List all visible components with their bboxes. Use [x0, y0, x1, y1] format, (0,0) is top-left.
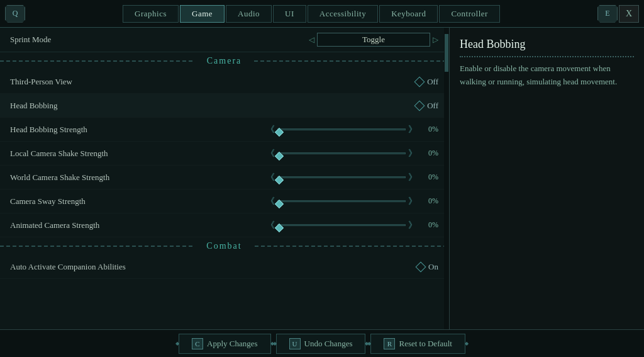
diamond-icon-3 — [416, 261, 426, 272]
slider-track-container-4: 《 》 — [266, 195, 417, 208]
head-bobbing-value: Off — [427, 101, 438, 111]
animated-camera-row[interactable]: Animated Camera Strength 《 》 0% — [0, 213, 448, 237]
combat-header-line-right — [255, 246, 448, 247]
slider-track-4 — [277, 200, 406, 202]
animated-camera-label: Animated Camera Strength — [10, 220, 266, 230]
header-line-right — [254, 60, 448, 62]
settings-panel: Sprint Mode ◁ Toggle ▷ Camera Third-Pers… — [0, 28, 449, 329]
slider-handle-4[interactable] — [275, 200, 284, 208]
slider-left-arrow-3[interactable]: 《 — [266, 172, 275, 183]
tab-graphics[interactable]: Graphics — [123, 5, 179, 23]
head-bobbing-strength-value: 0% — [421, 125, 438, 134]
local-camera-shake-slider[interactable]: 《 》 0% — [266, 147, 438, 160]
diamond-icon — [414, 76, 425, 87]
animated-camera-value: 0% — [421, 220, 438, 230]
slider-left-arrow[interactable]: 《 — [266, 124, 275, 135]
head-bobbing-row[interactable]: Head Bobbing Off — [0, 94, 448, 118]
slider-track-container-2: 《 》 — [266, 147, 417, 160]
diamond-icon-2 — [414, 100, 425, 111]
slider-track-3 — [277, 176, 406, 178]
sprint-mode-control[interactable]: ◁ Toggle ▷ — [309, 33, 438, 47]
slider-track-2 — [277, 152, 406, 154]
third-person-toggle[interactable]: Off — [416, 77, 438, 87]
slider-right-arrow-3[interactable]: 》 — [408, 172, 417, 183]
scrollbar[interactable] — [444, 28, 449, 329]
third-person-view-row[interactable]: Third-Person View Off — [0, 70, 448, 94]
world-camera-shake-value: 0% — [421, 173, 438, 182]
bottom-bar: C Apply Changes U Undo Changes R Reset t… — [0, 329, 644, 357]
world-camera-shake-slider[interactable]: 《 》 0% — [266, 171, 438, 184]
camera-sway-value: 0% — [421, 196, 438, 206]
slider-track-container: 《 》 — [266, 123, 417, 136]
slider-right-arrow-5[interactable]: 》 — [408, 220, 417, 231]
tab-ui[interactable]: UI — [273, 5, 306, 23]
nav-corner-left[interactable]: Q — [5, 5, 25, 23]
reset-default-button[interactable]: R Reset to Default — [370, 334, 465, 354]
local-camera-shake-value: 0% — [421, 149, 438, 158]
undo-key-badge: U — [289, 338, 301, 349]
combat-section-title: Combat — [194, 241, 254, 251]
head-bobbing-toggle[interactable]: Off — [416, 101, 438, 111]
main-layout: Sprint Mode ◁ Toggle ▷ Camera Third-Pers… — [0, 28, 644, 329]
slider-handle-5[interactable] — [275, 224, 284, 232]
slider-left-arrow-4[interactable]: 《 — [266, 196, 275, 207]
third-person-label: Third-Person View — [10, 77, 416, 87]
apply-key-badge: C — [192, 338, 203, 349]
header-line-left — [0, 60, 194, 62]
tab-game[interactable]: Game — [180, 5, 225, 23]
slider-right-arrow-4[interactable]: 》 — [408, 196, 417, 207]
sprint-mode-value: Toggle — [317, 33, 430, 47]
auto-activate-row[interactable]: Auto Activate Companion Abilities On — [0, 255, 448, 279]
sprint-arrow-right[interactable]: ▷ — [433, 35, 438, 45]
camera-section-title: Camera — [194, 56, 255, 66]
info-description: Enable or disable the camera movement wh… — [460, 62, 634, 89]
slider-track-container-5: 《 》 — [266, 219, 417, 232]
local-camera-shake-label: Local Camera Shake Strength — [10, 149, 266, 159]
tab-accessibility[interactable]: Accessibility — [308, 5, 378, 23]
tab-keyboard[interactable]: Keyboard — [379, 5, 438, 23]
apply-changes-label: Apply Changes — [207, 339, 258, 349]
slider-left-arrow-5[interactable]: 《 — [266, 220, 275, 231]
nav-corner-right[interactable]: E — [597, 5, 618, 23]
auto-activate-value: On — [428, 262, 438, 272]
undo-changes-label: Undo Changes — [304, 339, 353, 349]
scrollbar-thumb[interactable] — [445, 34, 448, 72]
camera-section-header: Camera — [0, 52, 448, 70]
camera-sway-row[interactable]: Camera Sway Strength 《 》 0% — [0, 190, 448, 213]
slider-right-arrow-2[interactable]: 》 — [408, 148, 417, 159]
sprint-arrow-left[interactable]: ◁ — [309, 35, 314, 45]
tab-audio[interactable]: Audio — [226, 5, 272, 23]
third-person-value: Off — [427, 77, 438, 87]
head-bobbing-strength-row[interactable]: Head Bobbing Strength 《 》 0% — [0, 118, 448, 142]
tab-controller[interactable]: Controller — [439, 5, 499, 23]
head-bobbing-label: Head Bobbing — [10, 101, 416, 111]
top-navigation: Q Graphics Game Audio UI Accessibility K… — [0, 0, 644, 28]
slider-right-arrow[interactable]: 》 — [408, 124, 417, 135]
close-button[interactable]: X — [619, 5, 639, 23]
slider-track-5 — [277, 224, 406, 226]
camera-sway-slider[interactable]: 《 》 0% — [266, 195, 438, 208]
slider-track-container-3: 《 》 — [266, 171, 417, 184]
local-camera-shake-row[interactable]: Local Camera Shake Strength 《 》 0% — [0, 142, 448, 166]
camera-sway-label: Camera Sway Strength — [10, 196, 266, 207]
animated-camera-slider[interactable]: 《 》 0% — [266, 219, 438, 232]
reset-default-label: Reset to Default — [399, 339, 452, 349]
auto-activate-label: Auto Activate Companion Abilities — [10, 262, 417, 272]
slider-left-arrow-2[interactable]: 《 — [266, 148, 275, 159]
sprint-mode-label: Sprint Mode — [10, 35, 309, 45]
reset-key-badge: R — [384, 338, 395, 349]
slider-track — [277, 128, 406, 130]
slider-handle-3[interactable] — [275, 176, 284, 184]
combat-section-header: Combat — [0, 237, 448, 255]
apply-changes-button[interactable]: C Apply Changes — [179, 334, 271, 354]
slider-handle-2[interactable] — [275, 152, 284, 161]
world-camera-shake-label: World Camera Shake Strength — [10, 173, 266, 183]
world-camera-shake-row[interactable]: World Camera Shake Strength 《 》 0% — [0, 166, 448, 190]
info-panel: Head Bobbing Enable or disable the camer… — [449, 28, 644, 329]
head-bobbing-strength-slider[interactable]: 《 》 0% — [266, 123, 438, 136]
slider-handle[interactable] — [275, 128, 284, 137]
sprint-mode-row: Sprint Mode ◁ Toggle ▷ — [0, 28, 448, 52]
combat-header-line-left — [0, 246, 194, 247]
undo-changes-button[interactable]: U Undo Changes — [276, 334, 366, 354]
auto-activate-toggle[interactable]: On — [417, 262, 438, 272]
